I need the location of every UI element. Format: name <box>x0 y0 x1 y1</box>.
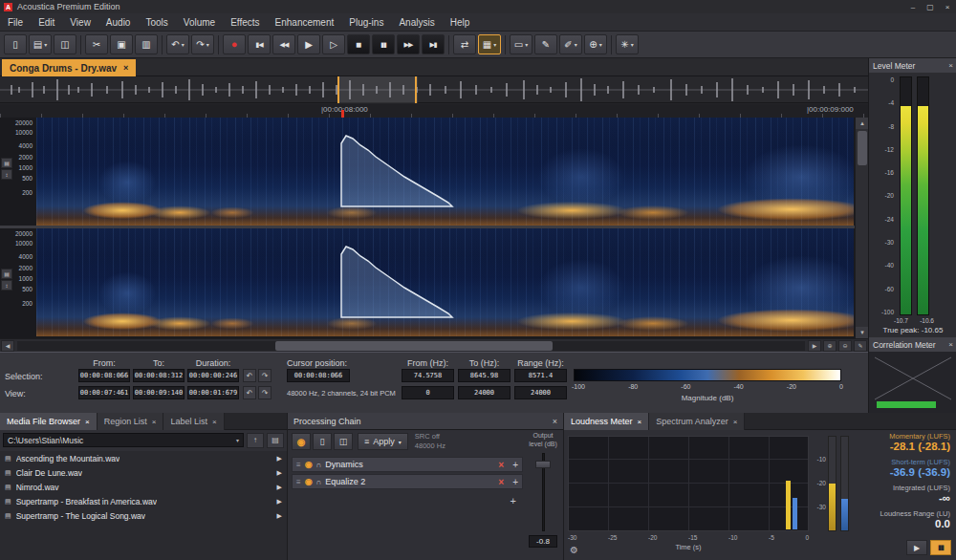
effect-power-icon[interactable]: ◉ <box>305 460 313 469</box>
selection-from-field[interactable]: 00:00:08:066 <box>78 369 130 382</box>
spectrogram-channel-left[interactable] <box>36 118 854 226</box>
spectral-selection[interactable] <box>337 122 462 222</box>
close-icon[interactable]: × <box>212 418 217 426</box>
loudness-pause-button[interactable]: ▮▮ <box>930 540 951 555</box>
from-hz-field-2[interactable]: 0 <box>402 386 454 399</box>
redo-button[interactable]: ↷▾ <box>191 34 214 54</box>
close-icon[interactable]: × <box>85 418 90 426</box>
zoom-edit-button[interactable]: ✎ <box>854 340 867 352</box>
wrench-settings-icon[interactable]: ⚙ <box>570 545 578 555</box>
panel-tab[interactable]: Region List× <box>98 413 164 430</box>
add-effect-button[interactable]: + <box>511 495 516 506</box>
view-to-field[interactable]: 00:00:09:140 <box>133 386 185 399</box>
parent-folder-button[interactable]: ↑ <box>247 433 264 448</box>
view-from-field[interactable]: 00:00:07:461 <box>78 386 130 399</box>
remove-effect-icon[interactable]: × <box>498 477 504 487</box>
panel-tab[interactable]: Label List× <box>163 413 224 430</box>
chain-effect-row[interactable]: ≡ ◉ ∩ Equalize 2 × + <box>292 474 523 489</box>
menu-item[interactable]: Analysis <box>391 13 442 32</box>
channel-menu-button[interactable]: ▤ <box>1 158 12 168</box>
play-selection-button[interactable]: ▷ <box>322 34 345 54</box>
menu-item[interactable]: Edit <box>31 13 62 32</box>
minimize-button[interactable]: – <box>904 0 922 13</box>
media-file-row[interactable]: ▤ Clair De Lune.wav ▶ <box>0 465 287 480</box>
spectrogram-toggle-button[interactable]: ▦▾ <box>478 34 501 54</box>
scroll-left-button[interactable]: ◀ <box>1 340 14 352</box>
loudness-play-button[interactable]: ▶ <box>906 540 927 555</box>
close-icon[interactable]: × <box>123 63 128 73</box>
pencil-tool-button[interactable]: ✎ <box>534 34 557 54</box>
output-level-value[interactable]: -0.8 <box>529 535 557 548</box>
cut-button[interactable]: ✂ <box>85 34 108 54</box>
effect-power-icon[interactable]: ◉ <box>305 477 313 486</box>
menu-item[interactable]: View <box>62 13 98 32</box>
paste-button[interactable]: ▥ <box>135 34 158 54</box>
vertical-scrollbar[interactable]: ▲ ▼ <box>855 118 868 338</box>
channel-resize-button[interactable]: ↕ <box>1 169 12 180</box>
cursor-position-field[interactable]: 00:00:08:066 <box>287 369 350 382</box>
apply-button[interactable]: ≡ Apply ▾ <box>358 433 408 450</box>
close-window-button[interactable]: × <box>939 0 956 13</box>
chain-effect-row[interactable]: ≡ ◉ ∩ Dynamics × + <box>292 457 523 472</box>
media-file-row[interactable]: ▤ Nimrod.wav ▶ <box>0 480 287 494</box>
play-button[interactable]: ▶ <box>297 34 320 54</box>
save-button[interactable]: ◫ <box>54 34 76 54</box>
close-icon[interactable]: × <box>553 417 557 426</box>
zoom-out-button[interactable]: ⊖ <box>838 340 852 352</box>
selection-redo-button[interactable]: ↷ <box>258 369 272 382</box>
brush-tool-button[interactable]: ✐▾ <box>559 34 582 54</box>
playhead-cursor[interactable] <box>341 110 344 118</box>
menu-item[interactable]: Volume <box>176 13 223 32</box>
add-effect-icon[interactable]: + <box>512 477 518 487</box>
slider-handle[interactable] <box>535 461 551 468</box>
open-file-button[interactable]: ▤▾ <box>29 34 52 54</box>
waveform-overview[interactable] <box>0 76 868 103</box>
new-file-button[interactable]: ▯ <box>4 34 27 54</box>
menu-item[interactable]: Audio <box>98 13 139 32</box>
browse-folder-button[interactable]: ▤ <box>267 433 284 448</box>
channel-resize-button[interactable]: ↕ <box>1 280 12 291</box>
zoom-in-button[interactable]: ⊕ <box>823 340 836 352</box>
scroll-down-button[interactable]: ▼ <box>856 327 869 338</box>
headphones-icon[interactable]: ∩ <box>316 461 322 469</box>
chain-save-button[interactable]: ◫ <box>334 433 353 450</box>
range-hz-field-2[interactable]: 24000 <box>514 386 567 399</box>
media-file-row[interactable]: ▤ Ascending the Mountain.wav ▶ <box>0 451 287 465</box>
retouch-tool-button[interactable]: ✳▾ <box>616 34 639 54</box>
selection-undo-button[interactable]: ↶ <box>243 369 256 382</box>
go-to-start-button[interactable]: ▮◀ <box>248 34 271 54</box>
headphones-icon[interactable]: ∩ <box>316 478 322 486</box>
drag-handle-icon[interactable]: ≡ <box>296 478 301 486</box>
horizontal-scrollbar-thumb[interactable] <box>275 341 553 351</box>
selection-tool-button[interactable]: ▭▾ <box>510 34 532 54</box>
preview-play-button[interactable]: ▶ <box>277 512 282 520</box>
document-tab[interactable]: Conga Drums - Dry.wav × <box>2 59 136 76</box>
menu-item[interactable]: Enhancement <box>268 13 342 32</box>
range-hz-field[interactable]: 8571.4 <box>514 369 567 382</box>
stop-button[interactable]: ■ <box>347 34 370 54</box>
magnify-tool-button[interactable]: ⊕▾ <box>584 34 607 54</box>
menu-item[interactable]: Plug-ins <box>341 13 391 32</box>
pause-button[interactable]: ▮▮ <box>372 34 395 54</box>
media-file-row[interactable]: ▤ Supertramp - Breakfast in America.wav … <box>0 494 287 508</box>
spectrogram-channel-right[interactable] <box>36 228 854 336</box>
remove-effect-icon[interactable]: × <box>498 460 504 470</box>
add-effect-icon[interactable]: + <box>512 460 518 470</box>
scroll-right-button[interactable]: ▶ <box>808 340 821 352</box>
fast-forward-button[interactable]: ▶▶ <box>397 34 420 54</box>
to-hz-field[interactable]: 8645.98 <box>458 369 511 382</box>
preview-play-button[interactable]: ▶ <box>277 498 282 506</box>
preview-play-button[interactable]: ▶ <box>277 455 282 463</box>
chain-power-button[interactable]: ◉ <box>292 433 311 450</box>
media-file-row[interactable]: ▤ Supertramp - The Logical Song.wav ▶ <box>0 508 287 523</box>
view-duration-field[interactable]: 00:00:01:679 <box>187 386 239 399</box>
menu-item[interactable]: Help <box>443 13 478 32</box>
maximize-button[interactable]: ▢ <box>922 0 939 13</box>
level-peak-readouts[interactable]: -10.7 -10.6 <box>894 317 934 324</box>
view-undo-button[interactable]: ↶ <box>243 386 256 399</box>
panel-tab[interactable]: Spectrum Analyzer× <box>649 413 745 430</box>
panel-tab[interactable]: Media File Browser× <box>0 413 98 430</box>
spectral-selection[interactable] <box>337 233 462 333</box>
copy-button[interactable]: ▣ <box>110 34 133 54</box>
drag-handle-icon[interactable]: ≡ <box>296 461 301 469</box>
